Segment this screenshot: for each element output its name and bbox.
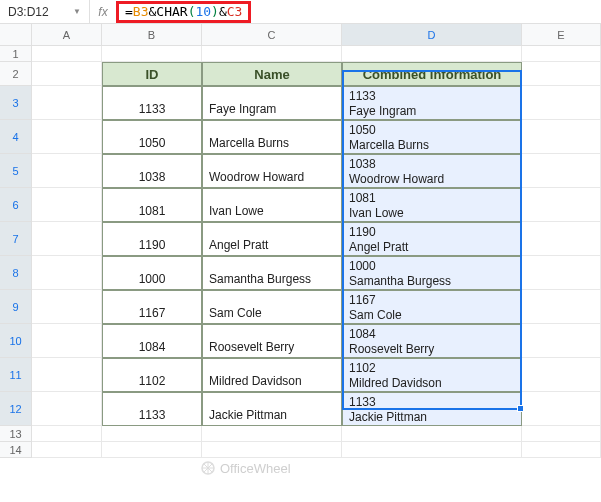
cell[interactable] — [522, 154, 601, 188]
cell-combined[interactable]: 1133 Jackie Pittman — [342, 392, 522, 426]
row-header-7[interactable]: 7 — [0, 222, 32, 256]
cell[interactable] — [32, 154, 102, 188]
cell[interactable] — [32, 62, 102, 86]
spreadsheet-grid[interactable]: A B C D E 1 2 ID Name Combined Informati… — [0, 24, 601, 458]
cell[interactable] — [32, 46, 102, 62]
row-header-5[interactable]: 5 — [0, 154, 32, 188]
cell[interactable] — [522, 86, 601, 120]
formula-input[interactable]: = B3 & CHAR ( 10 ) & C3 — [116, 1, 251, 23]
col-header-b[interactable]: B — [102, 24, 202, 46]
cell-id[interactable]: 1081 — [102, 188, 202, 222]
cell-combined[interactable]: 1050 Marcella Burns — [342, 120, 522, 154]
col-header-d[interactable]: D — [342, 24, 522, 46]
col-header-a[interactable]: A — [32, 24, 102, 46]
cell-name[interactable]: Sam Cole — [202, 290, 342, 324]
cell-name[interactable]: Woodrow Howard — [202, 154, 342, 188]
cell[interactable] — [342, 46, 522, 62]
cell-name[interactable]: Jackie Pittman — [202, 392, 342, 426]
row-header-9[interactable]: 9 — [0, 290, 32, 324]
wheel-icon — [200, 460, 216, 476]
cell[interactable] — [32, 324, 102, 358]
row-header-13[interactable]: 13 — [0, 426, 32, 442]
cell[interactable] — [102, 46, 202, 62]
header-combined[interactable]: Combined Information — [342, 62, 522, 86]
col-header-c[interactable]: C — [202, 24, 342, 46]
cell-combined[interactable]: 1167 Sam Cole — [342, 290, 522, 324]
header-name[interactable]: Name — [202, 62, 342, 86]
row-header-1[interactable]: 1 — [0, 46, 32, 62]
header-id[interactable]: ID — [102, 62, 202, 86]
cell-id[interactable]: 1084 — [102, 324, 202, 358]
cell[interactable] — [522, 358, 601, 392]
fx-icon[interactable]: fx — [90, 5, 116, 19]
watermark: OfficeWheel — [200, 460, 291, 476]
cell[interactable] — [522, 392, 601, 426]
row-header-3[interactable]: 3 — [0, 86, 32, 120]
row-header-2[interactable]: 2 — [0, 62, 32, 86]
formula-amp1: & — [148, 4, 156, 19]
select-all-corner[interactable] — [0, 24, 32, 46]
cell-name[interactable]: Mildred Davidson — [202, 358, 342, 392]
col-header-e[interactable]: E — [522, 24, 601, 46]
cell-id[interactable]: 1133 — [102, 392, 202, 426]
cell-id[interactable]: 1050 — [102, 120, 202, 154]
cell[interactable] — [102, 442, 202, 458]
cell-combined[interactable]: 1081 Ivan Lowe — [342, 188, 522, 222]
row-header-14[interactable]: 14 — [0, 442, 32, 458]
cell[interactable] — [32, 86, 102, 120]
cell-combined[interactable]: 1133 Faye Ingram — [342, 86, 522, 120]
cell[interactable] — [522, 442, 601, 458]
cell[interactable] — [102, 426, 202, 442]
cell[interactable] — [32, 392, 102, 426]
cell-name[interactable]: Roosevelt Berry — [202, 324, 342, 358]
cell[interactable] — [32, 222, 102, 256]
cell[interactable] — [522, 188, 601, 222]
cell-id[interactable]: 1102 — [102, 358, 202, 392]
cell[interactable] — [202, 46, 342, 62]
cell-combined[interactable]: 1000 Samantha Burgess — [342, 256, 522, 290]
cell-name[interactable]: Ivan Lowe — [202, 188, 342, 222]
cell[interactable] — [342, 442, 522, 458]
cell-name[interactable]: Faye Ingram — [202, 86, 342, 120]
row-header-6[interactable]: 6 — [0, 188, 32, 222]
row-header-8[interactable]: 8 — [0, 256, 32, 290]
cell-combined[interactable]: 1102 Mildred Davidson — [342, 358, 522, 392]
cell-combined[interactable]: 1038 Woodrow Howard — [342, 154, 522, 188]
cell[interactable] — [522, 222, 601, 256]
row-header-10[interactable]: 10 — [0, 324, 32, 358]
cell-id[interactable]: 1038 — [102, 154, 202, 188]
cell-id[interactable]: 1000 — [102, 256, 202, 290]
row-header-4[interactable]: 4 — [0, 120, 32, 154]
formula-amp2: & — [219, 4, 227, 19]
cell-id[interactable]: 1133 — [102, 86, 202, 120]
cell-id[interactable]: 1190 — [102, 222, 202, 256]
row-header-11[interactable]: 11 — [0, 358, 32, 392]
cell-combined[interactable]: 1190 Angel Pratt — [342, 222, 522, 256]
cell-name[interactable]: Samantha Burgess — [202, 256, 342, 290]
cell-id[interactable]: 1167 — [102, 290, 202, 324]
cell[interactable] — [522, 256, 601, 290]
cell-name[interactable]: Marcella Burns — [202, 120, 342, 154]
cell[interactable] — [32, 290, 102, 324]
cell[interactable] — [522, 426, 601, 442]
cell[interactable] — [342, 426, 522, 442]
svg-point-0 — [202, 462, 214, 474]
cell[interactable] — [202, 442, 342, 458]
cell[interactable] — [522, 62, 601, 86]
cell[interactable] — [522, 120, 601, 154]
cell-reference-box[interactable]: D3:D12 ▼ — [0, 0, 90, 23]
cell[interactable] — [32, 120, 102, 154]
cell[interactable] — [32, 426, 102, 442]
cell[interactable] — [522, 324, 601, 358]
cell[interactable] — [32, 358, 102, 392]
row-header-12[interactable]: 12 — [0, 392, 32, 426]
chevron-down-icon[interactable]: ▼ — [73, 7, 81, 16]
cell-name[interactable]: Angel Pratt — [202, 222, 342, 256]
cell[interactable] — [32, 256, 102, 290]
cell-combined[interactable]: 1084 Roosevelt Berry — [342, 324, 522, 358]
cell[interactable] — [522, 290, 601, 324]
cell[interactable] — [522, 46, 601, 62]
cell[interactable] — [202, 426, 342, 442]
cell[interactable] — [32, 188, 102, 222]
cell[interactable] — [32, 442, 102, 458]
